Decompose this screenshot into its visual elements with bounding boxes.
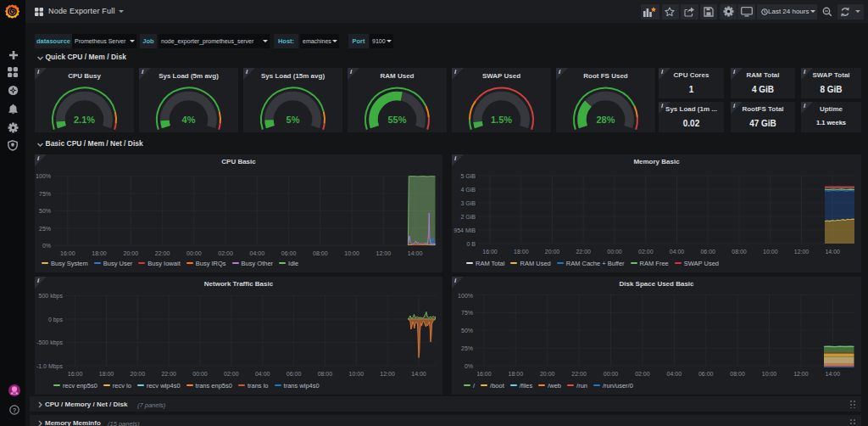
- svg-text:14:00: 14:00: [411, 371, 426, 377]
- svg-text:08:00: 08:00: [313, 250, 328, 256]
- svg-text:08:00: 08:00: [318, 371, 333, 377]
- svg-text:10:00: 10:00: [763, 249, 778, 255]
- svg-text:08:00: 08:00: [730, 371, 745, 377]
- svg-text:1.5%: 1.5%: [491, 115, 512, 125]
- svg-text:4%: 4%: [182, 115, 196, 125]
- svg-text:5 GiB: 5 GiB: [460, 173, 476, 179]
- svg-text:50%: 50%: [39, 208, 51, 214]
- svg-text:0 B: 0 B: [466, 241, 476, 247]
- svg-text:02:00: 02:00: [635, 371, 650, 377]
- svg-text:10:00: 10:00: [349, 371, 364, 377]
- svg-text:100%: 100%: [458, 293, 473, 299]
- svg-text:00:00: 00:00: [604, 371, 619, 377]
- svg-text:16:00: 16:00: [68, 371, 83, 377]
- svg-text:22:00: 22:00: [155, 250, 170, 256]
- svg-text:06:00: 06:00: [281, 250, 297, 256]
- svg-text:55%: 55%: [387, 115, 406, 125]
- svg-text:22:00: 22:00: [576, 249, 591, 255]
- svg-text:18:00: 18:00: [514, 249, 529, 255]
- svg-text:18:00: 18:00: [92, 250, 107, 256]
- svg-text:20:00: 20:00: [131, 371, 146, 377]
- svg-text:0%: 0%: [42, 243, 51, 249]
- svg-text:2 GiB: 2 GiB: [460, 214, 476, 220]
- svg-text:-500 kbps: -500 kbps: [36, 339, 63, 346]
- svg-text:75%: 75%: [39, 191, 51, 197]
- svg-text:14:00: 14:00: [826, 371, 841, 377]
- svg-text:0 bps: 0 bps: [48, 317, 64, 323]
- svg-text:954 MiB: 954 MiB: [453, 227, 476, 233]
- svg-text:20:00: 20:00: [540, 371, 555, 377]
- svg-text:08:00: 08:00: [732, 249, 747, 255]
- svg-text:20:00: 20:00: [124, 250, 139, 256]
- svg-text:500 kbps: 500 kbps: [39, 293, 64, 300]
- svg-text:16:00: 16:00: [60, 250, 75, 256]
- svg-text:06:00: 06:00: [698, 371, 714, 377]
- svg-text:25%: 25%: [39, 226, 51, 232]
- svg-text:02:00: 02:00: [224, 371, 239, 377]
- svg-text:50%: 50%: [461, 328, 473, 334]
- svg-text:04:00: 04:00: [667, 371, 682, 377]
- svg-text:12:00: 12:00: [380, 371, 395, 377]
- svg-text:12:00: 12:00: [376, 250, 392, 256]
- svg-text:00:00: 00:00: [192, 371, 208, 377]
- svg-text:06:00: 06:00: [287, 371, 302, 377]
- svg-text:-1.0 Mbps: -1.0 Mbps: [36, 363, 64, 370]
- svg-text:04:00: 04:00: [670, 249, 685, 255]
- svg-text:02:00: 02:00: [638, 249, 654, 255]
- svg-text:04:00: 04:00: [250, 250, 265, 256]
- svg-text:02:00: 02:00: [218, 250, 233, 256]
- svg-text:04:00: 04:00: [255, 371, 270, 377]
- svg-text:10:00: 10:00: [762, 371, 777, 377]
- svg-text:25%: 25%: [461, 345, 473, 351]
- svg-text:12:00: 12:00: [793, 371, 809, 377]
- svg-text:?: ?: [12, 406, 16, 413]
- svg-text:3 GiB: 3 GiB: [460, 200, 476, 206]
- svg-text:10:00: 10:00: [344, 250, 359, 256]
- svg-text:16:00: 16:00: [482, 249, 498, 255]
- svg-text:22:00: 22:00: [571, 371, 587, 377]
- svg-text:2.1%: 2.1%: [74, 115, 95, 125]
- svg-text:5%: 5%: [287, 115, 300, 125]
- svg-text:20:00: 20:00: [545, 249, 560, 255]
- svg-text:12:00: 12:00: [794, 249, 810, 255]
- svg-text:16:00: 16:00: [476, 371, 492, 377]
- svg-text:22:00: 22:00: [161, 371, 176, 377]
- svg-text:14:00: 14:00: [825, 249, 840, 255]
- svg-text:14:00: 14:00: [408, 250, 423, 256]
- svg-text:100%: 100%: [36, 173, 51, 179]
- svg-text:18:00: 18:00: [99, 371, 114, 377]
- svg-text:06:00: 06:00: [700, 249, 715, 255]
- svg-text:18:00: 18:00: [509, 371, 524, 377]
- svg-text:75%: 75%: [461, 310, 473, 316]
- svg-text:4 GiB: 4 GiB: [460, 187, 476, 193]
- svg-text:00:00: 00:00: [607, 249, 622, 255]
- svg-text:00:00: 00:00: [186, 250, 202, 256]
- svg-text:0%: 0%: [465, 363, 473, 369]
- svg-text:28%: 28%: [596, 115, 615, 125]
